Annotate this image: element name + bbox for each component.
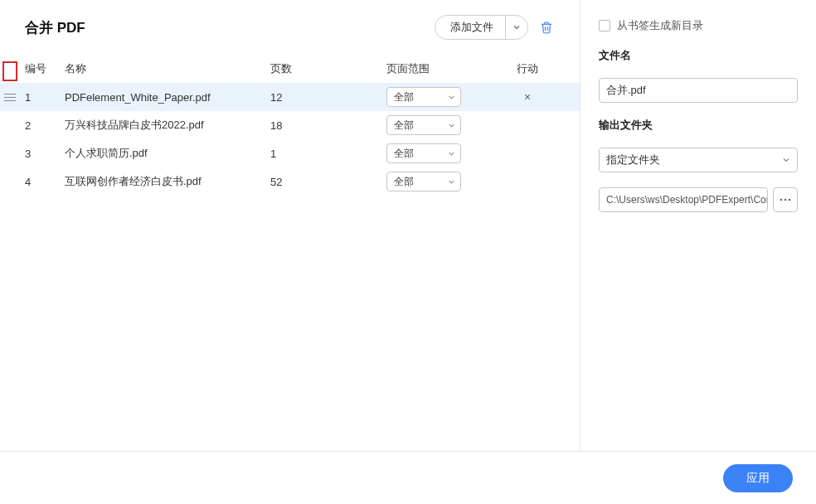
- output-folder-label: 输出文件夹: [599, 118, 798, 133]
- generate-toc-label: 从书签生成新目录: [617, 18, 703, 33]
- header-row: 合并 PDF 添加文件: [0, 15, 580, 55]
- table-row[interactable]: 3个人求职简历.pdf1全部: [0, 139, 580, 167]
- cell-pages: 12: [270, 91, 386, 104]
- add-file-button[interactable]: 添加文件: [435, 15, 528, 40]
- cell-range: 全部: [386, 143, 503, 163]
- col-header-range: 页面范围: [386, 61, 503, 76]
- close-icon[interactable]: ×: [503, 90, 552, 104]
- chevron-down-icon: [448, 122, 455, 129]
- add-file-label: 添加文件: [435, 16, 505, 39]
- cell-num: 2: [25, 119, 65, 132]
- filename-input[interactable]: [599, 78, 798, 103]
- generate-toc-row: 从书签生成新目录: [599, 18, 798, 33]
- left-panel: 合并 PDF 添加文件 编号 名称: [0, 0, 580, 504]
- right-panel: 从书签生成新目录 文件名 输出文件夹 指定文件夹 C:\Users\ws\Des…: [580, 0, 816, 504]
- svg-point-0: [780, 199, 783, 201]
- drag-handle-icon[interactable]: [4, 91, 16, 103]
- col-header-pages: 页数: [270, 61, 386, 76]
- chevron-down-icon: [448, 94, 455, 101]
- col-header-num: 编号: [25, 61, 65, 76]
- svg-point-1: [784, 199, 787, 201]
- svg-point-2: [789, 199, 791, 201]
- col-header-name: 名称: [65, 61, 270, 76]
- page-range-select[interactable]: 全部: [386, 143, 461, 163]
- cell-num: 1: [25, 91, 65, 104]
- cell-num: 4: [25, 176, 65, 188]
- table-row[interactable]: 2万兴科技品牌白皮书2022.pdf18全部: [0, 111, 580, 139]
- cell-name: 万兴科技品牌白皮书2022.pdf: [65, 118, 270, 133]
- cell-num: 3: [25, 148, 65, 160]
- cell-pages: 1: [270, 148, 386, 160]
- page-range-select[interactable]: 全部: [386, 87, 461, 107]
- table-header: 编号 名称 页数 页面范围 行动: [0, 55, 580, 83]
- cell-range: 全部: [386, 87, 503, 107]
- col-header-action: 行动: [503, 61, 552, 76]
- table-row[interactable]: 4互联网创作者经济白皮书.pdf52全部: [0, 167, 580, 196]
- file-table: 编号 名称 页数 页面范围 行动 1PDFelement_White_Paper…: [0, 55, 580, 196]
- page-range-select[interactable]: 全部: [386, 115, 461, 135]
- cell-name: 互联网创作者经济白皮书.pdf: [65, 174, 270, 189]
- cell-range: 全部: [386, 172, 503, 191]
- page-range-select[interactable]: 全部: [386, 172, 461, 191]
- folder-path-display: C:\Users\ws\Desktop\PDFExpert\Comb: [599, 187, 768, 212]
- apply-button[interactable]: 应用: [723, 464, 793, 492]
- browse-folder-button[interactable]: [773, 187, 798, 212]
- cell-action: ×: [503, 90, 552, 104]
- table-row[interactable]: 1PDFelement_White_Paper.pdf12全部×: [0, 83, 580, 111]
- cell-pages: 18: [270, 119, 386, 132]
- folder-mode-value: 指定文件夹: [606, 153, 782, 167]
- folder-mode-select[interactable]: 指定文件夹: [599, 148, 798, 172]
- chevron-down-icon: [448, 150, 455, 158]
- trash-icon[interactable]: [538, 19, 555, 36]
- cell-name: PDFelement_White_Paper.pdf: [65, 91, 270, 104]
- cell-range: 全部: [386, 115, 503, 135]
- chevron-down-icon: [782, 156, 790, 164]
- filename-label: 文件名: [599, 48, 798, 63]
- chevron-down-icon: [448, 178, 455, 186]
- cell-name: 个人求职简历.pdf: [65, 146, 270, 161]
- footer: 应用: [0, 451, 816, 504]
- page-title: 合并 PDF: [25, 18, 85, 37]
- chevron-down-icon[interactable]: [506, 16, 527, 39]
- cell-pages: 52: [270, 176, 386, 188]
- generate-toc-checkbox[interactable]: [599, 20, 610, 32]
